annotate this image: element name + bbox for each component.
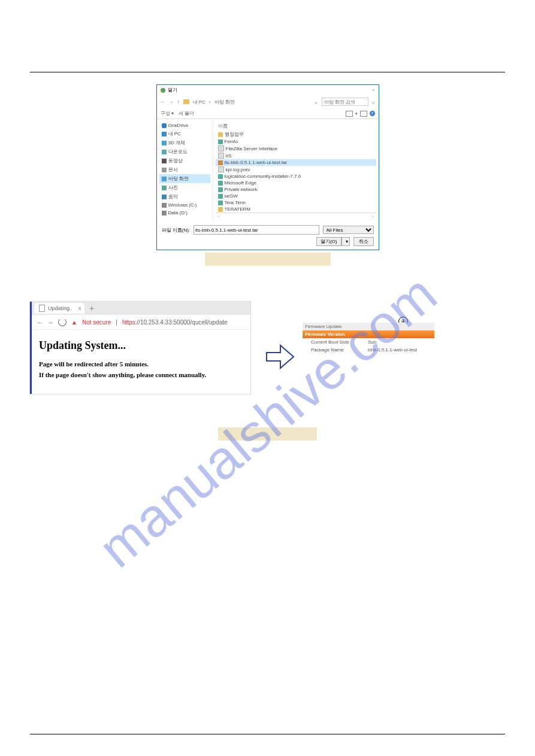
nav-back-icon[interactable]: ← (37, 319, 43, 326)
view-icon[interactable] (346, 111, 353, 117)
browser-tab[interactable]: Updating.. × (34, 303, 84, 314)
archive-icon (218, 160, 223, 165)
search-input[interactable] (322, 98, 368, 106)
shortcut-icon (218, 181, 223, 186)
new-folder-button[interactable]: 새 폴더 (179, 110, 194, 117)
sidebar-item-drive-d[interactable]: Data (D:) (159, 209, 210, 217)
list-item[interactable]: TERATERM (216, 206, 376, 212)
tab-close-icon[interactable]: × (78, 305, 81, 312)
file-name: FileZilla Server Interface (226, 146, 278, 151)
chrome-icon (161, 88, 165, 93)
drive-icon (162, 203, 167, 208)
list-item[interactable]: Microsoft Edge (216, 180, 376, 186)
list-item[interactable]: Tera Term (216, 199, 376, 206)
page-icon (39, 305, 45, 312)
sidebar-item-documents[interactable]: 문서 (159, 165, 210, 174)
list-item[interactable]: FileZilla Server Interface (216, 145, 376, 152)
firmware-row: Current Boot Side Sub (303, 338, 434, 346)
browser-tab-strip: Updating.. × + (32, 302, 250, 315)
file-name: 행정업무 (225, 131, 244, 138)
sidebar-item-drive-c[interactable]: Windows (C:) (159, 201, 210, 209)
sidebar-item-label: 다운로드 (168, 148, 188, 155)
download-icon (162, 150, 167, 154)
file-name: IIS (226, 153, 232, 159)
chevron-right-icon: › (209, 99, 211, 105)
file-name: Private network (225, 187, 258, 192)
browser-screenshot: Updating.. × + ← → ▲ Not secure | https:… (30, 302, 250, 394)
close-icon[interactable]: × (372, 87, 375, 93)
sidebar-item-videos[interactable]: 동영상 (159, 156, 210, 165)
drive-icon (162, 211, 167, 215)
chevron-down-icon[interactable]: ⌄ (314, 99, 318, 105)
list-item[interactable]: kpi.log.prev (216, 166, 376, 173)
boot-side-label: Current Boot Side (305, 339, 368, 345)
list-item[interactable]: IIS (216, 152, 376, 159)
new-tab-button[interactable]: + (84, 303, 99, 313)
nav-forward-icon[interactable]: → (169, 99, 174, 105)
breadcrumb-desktop[interactable]: 바탕 화면 (214, 99, 235, 105)
installer-icon (218, 174, 223, 179)
dialog-titlebar[interactable]: 열기 × (157, 85, 379, 95)
document-icon (162, 168, 167, 172)
filename-input[interactable] (194, 225, 319, 235)
dialog-footer: 파일 이름(N): All Files 열기(O) ▾ 취소 (157, 221, 379, 250)
url-scheme: https (122, 319, 135, 326)
shortcut-icon (218, 201, 223, 205)
filename-label: 파일 이름(N): (162, 227, 191, 233)
preview-icon[interactable] (360, 111, 367, 117)
arrow-right-icon (264, 341, 297, 376)
page-title: Updating System... (39, 339, 243, 352)
chevron-down-icon[interactable]: ▾ (355, 111, 358, 116)
file-open-dialog: 열기 × ← → ↑ 내 PC › 바탕 화면 ⌄ ⌕ 구성 ▾ 새 폴더 ▾ … (156, 84, 379, 250)
sidebar-item-downloads[interactable]: 다운로드 (159, 147, 210, 156)
cancel-button[interactable]: 취소 (353, 237, 374, 246)
open-button[interactable]: 열기(O) (316, 237, 341, 246)
file-name: its-bbb-0.5.1.1-web-ui-test.tar (225, 160, 288, 165)
reload-icon[interactable] (58, 318, 67, 326)
list-item[interactable]: logicaldoc-community-installer-7.7.6 (216, 173, 376, 180)
music-icon (162, 195, 167, 199)
security-status[interactable]: Not secure (82, 319, 111, 326)
horizontal-scrollbar[interactable] (216, 212, 376, 219)
sidebar-item-label: OneDrive (168, 123, 189, 128)
nav-forward-icon[interactable]: → (47, 319, 53, 326)
file-name: kpi.log.prev (226, 167, 250, 172)
sidebar-item-pictures[interactable]: 사진 (159, 183, 210, 192)
sidebar-item-pc[interactable]: 내 PC (159, 129, 210, 138)
firmware-version-header: Firmware Version (303, 330, 434, 338)
file-name: Tera Term (225, 200, 246, 205)
column-header-name[interactable]: 이름 (216, 122, 376, 130)
package-name-value: bbb-0.5.1.1-web-ui-test (368, 347, 432, 353)
sidebar-item-onedrive[interactable]: OneDrive (159, 122, 210, 129)
shortcut-icon (218, 139, 223, 144)
sidebar-item-label: 사진 (168, 184, 178, 191)
list-item[interactable]: its-bbb-0.5.1.1-web-ui-test.tar (216, 159, 376, 166)
nav-back-icon[interactable]: ← (161, 99, 165, 105)
folder-icon (218, 207, 223, 212)
firmware-row: Package Name bbb-0.5.1.1-web-ui-test (303, 346, 434, 354)
sidebar-item-3d[interactable]: 3D 개체 (159, 138, 210, 147)
sidebar-item-label: 3D 개체 (168, 139, 185, 146)
list-item[interactable]: Femto (216, 138, 376, 145)
url-separator: | (116, 319, 117, 326)
manual-connect-message: If the page doesn't show anything, pleas… (39, 371, 243, 378)
breadcrumb-pc[interactable]: 내 PC (193, 99, 205, 105)
nav-up-icon[interactable]: ↑ (177, 99, 180, 105)
sidebar-item-music[interactable]: 음악 (159, 192, 210, 201)
open-dropdown-button[interactable]: ▾ (341, 237, 350, 246)
list-item[interactable]: Private network (216, 186, 376, 193)
help-icon[interactable]: ? (370, 111, 375, 116)
sidebar-item-label: 동영상 (168, 157, 183, 164)
sidebar-item-desktop[interactable]: 바탕 화면 (159, 174, 210, 183)
list-item[interactable]: 행정업무 (216, 130, 376, 138)
dialog-nav: ← → ↑ 내 PC › 바탕 화면 ⌄ ⌕ (157, 95, 379, 108)
search-icon[interactable]: ⌕ (372, 99, 375, 105)
figure-caption-highlight (205, 253, 331, 266)
firmware-panel: Firmware Update Firmware Version Current… (303, 323, 434, 354)
organize-button[interactable]: 구성 ▾ (161, 110, 174, 117)
file-name: seGW (225, 193, 238, 199)
file-type-select[interactable]: All Files (323, 226, 374, 234)
list-item[interactable]: seGW (216, 193, 376, 199)
url-field[interactable]: https://10.253.4.33:50000/qucell/update (122, 319, 228, 326)
file-icon (218, 153, 224, 159)
